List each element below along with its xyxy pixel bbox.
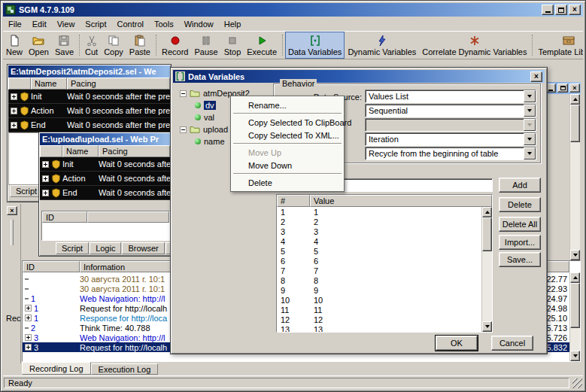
menu-tools[interactable]: Tools	[149, 18, 179, 30]
value-row[interactable]: 11	[277, 207, 492, 217]
correlate-dynamic-variables-button[interactable]: Correlate Dynamic Variables	[419, 32, 530, 59]
value-row[interactable]: 44	[277, 236, 492, 246]
new-button[interactable]: New	[3, 32, 26, 59]
expand-icon[interactable]	[25, 315, 32, 321]
scroll-up-button[interactable]	[570, 94, 580, 105]
column-header-name[interactable]: Name	[31, 77, 67, 90]
column-header-num[interactable]: #	[277, 195, 310, 207]
menu-item-copy-xml[interactable]: Copy Selected To XML...	[232, 129, 343, 141]
dynamic-variables-button[interactable]: Dynamic Variables	[345, 32, 419, 59]
expand-icon[interactable]	[11, 122, 17, 129]
collapse-icon[interactable]	[180, 126, 187, 133]
scroll-down-button[interactable]	[570, 250, 580, 260]
value-row[interactable]: 1313	[277, 324, 492, 333]
expand-icon[interactable]	[11, 108, 17, 114]
table-row[interactable]: Init Wait 0 seconds after the prev	[8, 90, 170, 104]
record-button[interactable]: Record	[159, 32, 191, 59]
expand-icon[interactable]	[11, 93, 17, 100]
expand-icon[interactable]	[25, 344, 32, 351]
menu-item-delete[interactable]: Delete	[232, 176, 343, 189]
paste-button[interactable]: Paste	[126, 32, 153, 59]
menu-control[interactable]: Control	[111, 18, 148, 30]
tree-node-val[interactable]: val	[195, 113, 214, 122]
close-pane-button[interactable]: ×	[7, 206, 17, 215]
template-library-button[interactable]: Template Library	[535, 32, 583, 59]
tab-logic[interactable]: Logic	[90, 242, 121, 254]
value-row[interactable]: 99	[277, 285, 492, 295]
dialog-close-button[interactable]: ×	[530, 71, 542, 82]
tree-node-name[interactable]: name	[195, 137, 225, 146]
cancel-button[interactable]: Cancel	[491, 336, 533, 351]
add-button[interactable]: Add	[499, 178, 541, 193]
column-header-value[interactable]: Value	[310, 195, 492, 207]
menu-item-copy-clipboard[interactable]: Copy Selected To ClipBoard	[232, 116, 343, 129]
order-combo[interactable]: Sequential	[365, 104, 536, 117]
expand-icon[interactable]	[25, 305, 32, 311]
maximize-button[interactable]	[557, 84, 568, 93]
value-row[interactable]: 66	[277, 256, 492, 266]
table-row[interactable]: End Wait 0 seconds after the prev	[8, 118, 170, 132]
tab-browser[interactable]: Browser	[122, 242, 164, 254]
scrollbar-thumb[interactable]	[570, 105, 580, 142]
value-row[interactable]: 55	[277, 246, 492, 256]
value-row[interactable]: 33	[277, 226, 492, 236]
maximize-button[interactable]	[555, 5, 567, 15]
value-row[interactable]: 22	[277, 217, 492, 226]
tree-node-dv[interactable]: dv	[195, 101, 216, 110]
value-row[interactable]: 1010	[277, 295, 492, 305]
values-scrollbar[interactable]	[481, 207, 492, 332]
expand-icon[interactable]	[42, 175, 49, 182]
ok-button[interactable]: OK	[436, 336, 478, 351]
execute-button[interactable]: Execute	[244, 32, 280, 59]
tab-recording-log[interactable]: Recording Log	[22, 362, 91, 375]
collapse-icon[interactable]	[180, 90, 187, 97]
expand-icon[interactable]	[42, 190, 49, 196]
close-button[interactable]: ×	[569, 5, 581, 15]
minimize-button[interactable]	[542, 5, 554, 15]
column-header-id[interactable]: ID	[23, 261, 80, 272]
table-row[interactable]: Action Wait 0 seconds after the prev	[8, 104, 170, 118]
dialog-title-bar[interactable]: Data Variables ×	[173, 70, 545, 83]
copy-button[interactable]: Copy	[101, 32, 126, 59]
save-button[interactable]: Save	[52, 32, 77, 59]
menu-edit[interactable]: Edit	[27, 18, 52, 30]
grip-handle[interactable]	[11, 220, 14, 245]
scrollbar-thumb[interactable]	[482, 217, 492, 251]
column-header-name[interactable]: Name	[62, 145, 99, 157]
data-variables-button[interactable]: Data Variables	[285, 32, 345, 59]
table-row[interactable]: Init Wait 0 seconds afte	[40, 157, 170, 172]
menu-window[interactable]: Window	[179, 18, 219, 30]
table-row[interactable]: End Wait 0 seconds afte	[40, 186, 170, 200]
delete-button[interactable]: Delete	[499, 197, 541, 212]
import-button[interactable]: Import...	[499, 235, 541, 250]
scroll-down-button[interactable]	[570, 351, 580, 361]
menu-file[interactable]: File	[3, 18, 27, 30]
tree-node-upload[interactable]: upload	[180, 125, 228, 134]
tab-execution-log[interactable]: Execution Log	[91, 363, 159, 375]
cut-button[interactable]: Cut	[82, 32, 101, 59]
open-button[interactable]: Open	[26, 32, 52, 59]
value-row[interactable]: 1212	[277, 315, 492, 324]
expand-icon[interactable]	[42, 161, 49, 168]
scroll-down-button[interactable]	[482, 321, 492, 332]
scroll-up-button[interactable]	[482, 207, 492, 217]
pause-button[interactable]: Pause	[191, 32, 220, 59]
value-row[interactable]: 88	[277, 275, 492, 285]
save-button[interactable]: Save...	[499, 252, 541, 267]
log-scrollbar[interactable]	[569, 272, 580, 361]
menu-item-rename[interactable]: Rename...	[232, 99, 343, 111]
menu-script[interactable]: Script	[80, 18, 111, 30]
menu-help[interactable]: Help	[219, 18, 247, 30]
scrollbar-thumb[interactable]	[570, 283, 580, 328]
background-window-scrollbar[interactable]	[569, 94, 580, 260]
update-combo[interactable]: Iteration	[365, 132, 536, 146]
resize-grip[interactable]	[572, 378, 582, 388]
title-bar[interactable]: SGM 4.7.9.109 ×	[3, 3, 583, 17]
expand-icon[interactable]	[25, 334, 32, 341]
menu-item-move-down[interactable]: Move Down	[232, 159, 343, 172]
column-header-pacing[interactable]: Pacing	[99, 145, 170, 157]
child-title-bar[interactable]: E:\upload\upload.sel - Web Pr	[40, 133, 170, 145]
value-row[interactable]: 77	[277, 266, 492, 275]
data-source-combo[interactable]: Values List	[365, 90, 536, 103]
child-title-bar[interactable]: E:\atmDeposit2\atmDeposit2.sel - We	[8, 65, 170, 77]
